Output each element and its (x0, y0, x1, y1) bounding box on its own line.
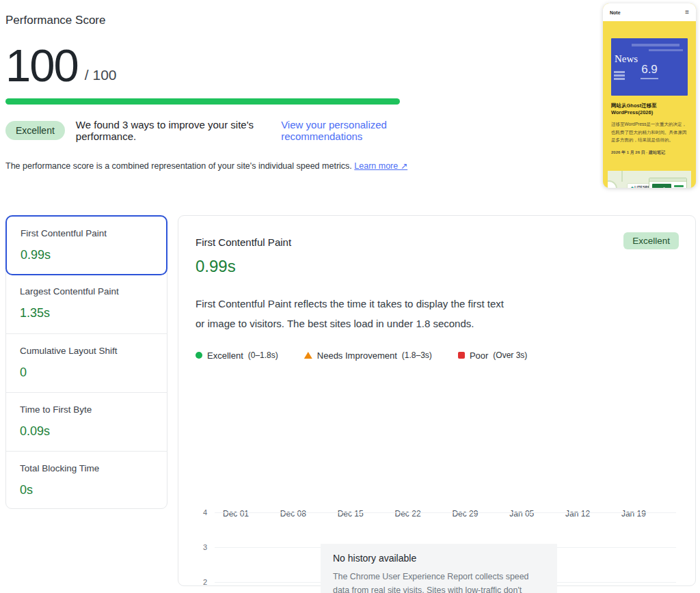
metric-value: 1.35s (20, 306, 153, 320)
legend-item-excellent: Excellent (0–1.8s) (196, 350, 278, 361)
score-progress-bar (5, 98, 400, 105)
metric-value: 0.09s (20, 424, 153, 439)
legend-label: Needs Improvement (317, 350, 397, 361)
hero-streak (632, 44, 679, 46)
hero-side-text (614, 71, 625, 81)
score-status-row: Excellent We found 3 ways to improve you… (5, 119, 443, 142)
poor-square-icon (458, 352, 465, 359)
image-placeholder-icon (652, 184, 671, 188)
preview-post-title: 网站从Ghost迁移至WordPress(2026) (611, 102, 688, 116)
preview-browser-bar: Note ≡ (603, 3, 696, 21)
hero-caption (641, 78, 658, 79)
legend-item-poor: Poor (Over 3s) (458, 350, 527, 361)
metric-item-cumulative-layout-shift[interactable]: Cumulative Layout Shift 0 (6, 333, 167, 392)
score-summary: Performance Score 100 / 100 Excellent We… (5, 14, 443, 171)
metric-label: Time to First Byte (20, 404, 153, 415)
page-title: Performance Score (5, 14, 443, 27)
legend-item-needs-improvement: Needs Improvement (1.8–3s) (304, 350, 432, 361)
preview-hero-label: News (615, 53, 638, 65)
score-note: The performance score is a combined repr… (5, 161, 443, 171)
metric-value: 0 (20, 366, 153, 380)
no-history-overlay: No history available The Chrome User Exp… (321, 544, 557, 593)
detail-title: First Contentful Paint (196, 232, 291, 248)
detail-description: First Contentful Paint reflects the time… (196, 294, 679, 334)
y-axis-tick: 4 (196, 508, 207, 516)
detail-description-line1: First Contentful Paint reflects the time… (196, 294, 679, 314)
metric-label: Total Blocking Time (20, 463, 153, 473)
hamburger-icon: ≡ (685, 9, 689, 16)
metric-item-time-to-first-byte[interactable]: Time to First Byte 0.09s (6, 392, 167, 451)
preview-hero-image: News 6.9 (611, 38, 688, 96)
score-display: 100 / 100 (5, 44, 443, 87)
legend-range: (1.8–3s) (402, 350, 432, 360)
preview-post-excerpt: 迁移至WordPress是一次重大的决定，也耗费了巨大的精力和时间。具体原因是多… (611, 120, 688, 143)
illustration-browser-window (649, 178, 687, 188)
legend-range: (Over 3s) (493, 350, 527, 360)
warning-triangle-icon (304, 352, 312, 359)
detail-header: First Contentful Paint Excellent (196, 232, 679, 249)
gridline-row: 4 (196, 509, 676, 517)
metric-item-first-contentful-paint[interactable]: First Contentful Paint 0.99s (5, 215, 167, 275)
recommendations-link[interactable]: View your personalized recommendations (281, 119, 443, 142)
learn-more-link[interactable]: Learn more ↗ (354, 161, 407, 171)
preview-site-title: Note (610, 10, 621, 15)
score-status-badge: Excellent (5, 121, 65, 140)
y-axis-tick: 2 (196, 578, 207, 586)
fcp-history-chart: 4 3 2 1 0 No history available The Chrom… (196, 509, 679, 593)
metric-label: Largest Contentful Paint (20, 286, 153, 296)
preview-body: News 6.9 网站从Ghost迁移至WordPress(2026) 迁移至W… (603, 38, 696, 188)
metric-value: 0.99s (21, 248, 152, 262)
illustration-circle (608, 180, 617, 188)
hero-streak (649, 49, 683, 51)
litespeed-icon: ◈ (631, 185, 634, 188)
preview-post-meta: 2026 年 1 月 26 日 · 建站笔记 (611, 150, 688, 156)
performance-page: Performance Score 100 / 100 Excellent We… (0, 0, 700, 593)
legend-label: Poor (470, 350, 488, 361)
preview-footer-illustration: ◈LITESPEED (608, 171, 691, 188)
legend-range: (0–1.8s) (248, 350, 278, 360)
metric-item-largest-contentful-paint[interactable]: Largest Contentful Paint 1.35s (6, 275, 167, 333)
detail-value: 0.99s (196, 257, 679, 276)
metric-item-total-blocking-time[interactable]: Total Blocking Time 0s (6, 451, 167, 510)
no-history-title: No history available (333, 553, 545, 564)
no-history-body: The Chrome User Experience Report collec… (333, 570, 545, 593)
chart-legend: Excellent (0–1.8s) Needs Improvement (1.… (196, 350, 679, 361)
legend-label: Excellent (207, 350, 243, 361)
site-preview-thumbnail: Note ≡ News 6.9 网站从Ghost迁移至WordPress(202… (603, 3, 696, 188)
y-axis-tick: 3 (196, 543, 207, 551)
score-value: 100 (5, 44, 78, 87)
detail-status-badge: Excellent (623, 232, 679, 249)
score-denominator: / 100 (85, 67, 117, 87)
metric-value: 0s (20, 483, 153, 497)
improvement-message: We found 3 ways to improve your site's p… (76, 119, 281, 142)
metric-detail-panel: First Contentful Paint Excellent 0.99s F… (178, 215, 696, 586)
excellent-dot-icon (196, 352, 202, 359)
metric-sidebar: First Contentful Paint 0.99s Largest Con… (5, 215, 167, 509)
metric-label: Cumulative Layout Shift (20, 346, 153, 356)
score-note-text: The performance score is a combined repr… (5, 161, 354, 171)
preview-hero-value: 6.9 (641, 63, 658, 77)
detail-description-line2: or image to visitors. The best sites loa… (196, 314, 679, 333)
metric-label: First Contentful Paint (21, 228, 152, 238)
